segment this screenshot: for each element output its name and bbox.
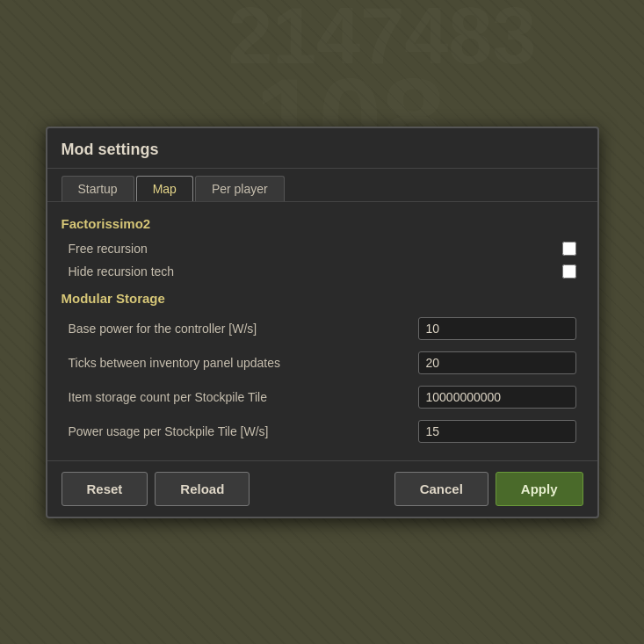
hide-recursion-row: Hide recursion tech <box>62 261 583 282</box>
section-title-modular-storage: Modular Storage <box>62 291 583 306</box>
reset-button[interactable]: Reset <box>62 472 148 506</box>
power-usage-input[interactable] <box>418 420 576 443</box>
item-storage-row: Item storage count per Stockpile Tile <box>62 381 583 413</box>
cancel-button[interactable]: Cancel <box>394 472 488 506</box>
ticks-label: Ticks between inventory panel updates <box>69 356 418 370</box>
item-storage-input[interactable] <box>418 386 576 409</box>
modal-header: Mod settings <box>47 128 597 169</box>
tab-map[interactable]: Map <box>136 176 193 201</box>
apply-button[interactable]: Apply <box>496 472 583 506</box>
hide-recursion-checkbox[interactable] <box>562 264 576 279</box>
tab-startup[interactable]: Startup <box>62 176 134 201</box>
footer-left-buttons: Reset Reload <box>62 472 250 506</box>
base-power-label: Base power for the controller [W/s] <box>69 322 418 336</box>
item-storage-label: Item storage count per Stockpile Tile <box>69 390 418 404</box>
power-usage-label: Power usage per Stockpile Tile [W/s] <box>69 424 418 438</box>
hide-recursion-label: Hide recursion tech <box>69 264 175 279</box>
reload-button[interactable]: Reload <box>155 472 250 506</box>
footer-right-buttons: Cancel Apply <box>394 472 583 506</box>
modal-title: Mod settings <box>62 141 159 158</box>
free-recursion-checkbox[interactable] <box>562 242 576 256</box>
base-power-row: Base power for the controller [W/s] <box>62 313 583 344</box>
ticks-row: Ticks between inventory panel updates <box>62 347 583 379</box>
modal-footer: Reset Reload Cancel Apply <box>47 460 597 517</box>
ticks-input[interactable] <box>418 351 576 374</box>
free-recursion-row: Free recursion <box>62 238 583 259</box>
base-power-input[interactable] <box>418 317 576 340</box>
tab-bar: Startup Map Per player <box>47 169 597 202</box>
free-recursion-label: Free recursion <box>69 242 148 256</box>
modal-body: Factorissimo2 Free recursion Hide recurs… <box>47 202 597 460</box>
section-title-factorissimo: Factorissimo2 <box>62 216 583 231</box>
power-usage-row: Power usage per Stockpile Tile [W/s] <box>62 416 583 447</box>
tab-per-player[interactable]: Per player <box>195 176 285 201</box>
mod-settings-modal: Mod settings Startup Map Per player Fact… <box>46 127 599 518</box>
